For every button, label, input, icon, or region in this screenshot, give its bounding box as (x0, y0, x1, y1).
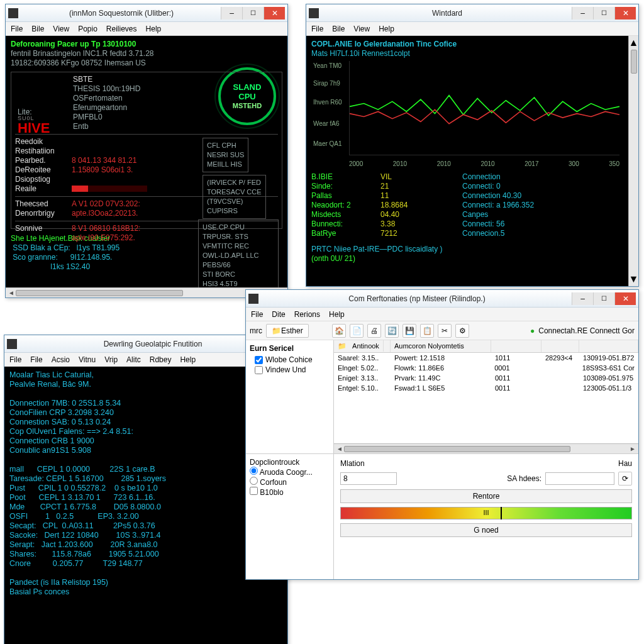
info-box: (IRVIECK P/ FED TORESACV CCE (T9VCSVE) C… (203, 175, 266, 219)
toolbar-print-icon[interactable]: 🖨 (367, 324, 381, 338)
terminal-pane: COPL.ANIE Io Gelerdanation Tinc Cofice M… (306, 36, 628, 286)
checkbox[interactable] (250, 487, 258, 495)
toolbar-settings-icon[interactable]: ⚙ (455, 324, 469, 338)
vertical-scrollbar[interactable]: ▲ ▼ (628, 36, 638, 286)
stat-labels: Reedoik Restihatiion Pearbed. DeReoitee … (15, 137, 72, 194)
list-header[interactable]: 📁 Antinook Aumcoron Nolyomtetis (334, 340, 638, 353)
restore-button[interactable]: Rentore (340, 489, 632, 503)
radio-item[interactable]: B10blo (250, 488, 284, 497)
radio-item[interactable]: Corfoun (250, 478, 287, 487)
menu-item[interactable]: Reilieves (106, 25, 137, 33)
scroll-down-icon[interactable]: ▼ (629, 274, 639, 285)
footer-line: (onth 0U/ 21) (311, 254, 623, 264)
info-box: CFL CPH NESRI SUS MEIILL HIS (203, 138, 248, 172)
menu-item[interactable]: Help (329, 310, 345, 319)
table-row[interactable]: Saarel: 3.15..Powert: 12.1518101128293<4… (334, 353, 638, 363)
menu-item[interactable]: Rerions (294, 310, 320, 319)
app-icon (309, 8, 319, 18)
maximize-button[interactable] (242, 7, 264, 19)
horizontal-scrollbar[interactable]: ◄ ► (334, 443, 638, 453)
box-line: STI BORC (203, 270, 274, 279)
field-label: Hau (618, 459, 632, 468)
spec-block: SBTE THESIS 100n:19HD OSFertomaten Eferu… (73, 75, 278, 131)
titlebar[interactable]: (innMon Soquestornik (Ulitber:) (6, 4, 287, 22)
radio-label: B10blo (260, 488, 283, 497)
go-button[interactable]: ⟳ (618, 472, 632, 486)
app-icon (248, 294, 258, 304)
menu-item[interactable]: Acsio (52, 355, 70, 364)
col-header[interactable] (541, 340, 579, 352)
menu-item[interactable]: Help (180, 355, 196, 364)
col-header[interactable]: Aumcoron Nolyomtetis (391, 340, 491, 352)
menu-item[interactable]: Help (379, 25, 394, 33)
path-button[interactable]: 📁 Esther (266, 324, 309, 338)
menu-item[interactable]: Help (146, 25, 162, 33)
minimize-button[interactable] (572, 292, 593, 305)
stat-label: Pearbed. (15, 156, 72, 165)
radio[interactable] (250, 467, 258, 475)
menu-item[interactable]: Popio (78, 25, 97, 33)
menu-item[interactable]: Vitnu (79, 355, 96, 364)
close-button[interactable] (264, 7, 285, 19)
checkbox[interactable] (255, 356, 263, 364)
titlebar[interactable]: Wintdard (306, 4, 638, 22)
minimize-button[interactable] (221, 7, 242, 19)
toolbar-refresh-icon[interactable]: 🔄 (385, 324, 399, 338)
maximize-button[interactable] (593, 7, 614, 19)
secondary-button[interactable]: G noed (340, 523, 632, 537)
scroll-left-icon[interactable]: ◄ (7, 289, 16, 296)
menu-item[interactable]: Dite (272, 310, 285, 319)
minimize-button[interactable] (572, 7, 593, 19)
col-header[interactable] (579, 340, 638, 352)
menu-item[interactable]: Rdbey (150, 355, 172, 364)
menu-item[interactable]: View (53, 25, 69, 33)
menu-item[interactable]: Bile (31, 25, 44, 33)
left-input[interactable] (340, 472, 397, 485)
col-header[interactable]: Antinook (348, 340, 384, 352)
scroll-thumb[interactable] (631, 50, 637, 74)
radio-label: Corfoun (260, 478, 287, 487)
table-row[interactable]: Elngel: 5.02..Flowrk: 11.86E6000118S9S3-… (334, 363, 638, 373)
table-row[interactable]: Entgel: 5.10..Fswad:1 L S6E50011123005-0… (334, 383, 638, 393)
menu-item[interactable]: File (30, 355, 42, 364)
toolbar-doc-icon[interactable]: 📄 (350, 324, 364, 338)
scroll-left-icon[interactable]: ◄ (335, 445, 344, 452)
col-header[interactable] (491, 340, 541, 352)
toolbar-home-icon[interactable]: 🏠 (332, 324, 346, 338)
menu-item[interactable]: File (311, 25, 323, 33)
scroll-thumb[interactable] (344, 446, 570, 452)
stat-label: Dsiopstiog (15, 175, 72, 184)
menu-item[interactable]: Bile (332, 25, 345, 33)
toolbar-copy-icon[interactable]: 📋 (420, 324, 434, 338)
window-title: Com Rerftonaties (np Misteer (Rilindlop.… (262, 294, 572, 303)
scroll-up-icon[interactable]: ▲ (629, 37, 639, 48)
window-title: (innMon Soquestornik (Ulitber:) (22, 9, 221, 18)
titlebar[interactable]: Com Rerftonaties (np Misteer (Rilindlop.… (246, 290, 638, 308)
menu-item[interactable]: File (9, 355, 21, 364)
scroll-thumb[interactable] (16, 290, 183, 296)
table-row[interactable]: Enigel: 3.13..Prvark: 11.49C0011103089-0… (334, 373, 638, 383)
radio[interactable] (250, 477, 258, 485)
menu-item[interactable]: View (353, 25, 370, 33)
maximize-button[interactable] (593, 292, 614, 305)
logo-text: HlVE (18, 120, 50, 136)
radio-item[interactable]: Aruoda Coogr... (250, 468, 313, 477)
list-panel: 📁 Antinook Aumcoron Nolyomtetis Saarel: … (334, 340, 638, 453)
menubar: File Dite Rerions Help (246, 308, 638, 321)
tree-item[interactable]: Wlobe Cohice (255, 355, 330, 364)
sa-input[interactable] (545, 472, 614, 485)
tree-item[interactable]: Vindew Und (255, 365, 330, 374)
close-button[interactable] (614, 7, 636, 19)
checkbox[interactable] (255, 366, 263, 374)
menu-item[interactable]: Vrip (104, 355, 118, 364)
close-button[interactable] (614, 292, 636, 305)
header-line: Mats Hl7Lf.10i Rennest1colpt (311, 49, 623, 58)
stat-label: Reedoik (15, 137, 72, 147)
menu-item[interactable]: File (11, 25, 23, 33)
menu-item[interactable]: File (251, 310, 263, 319)
toolbar-save-icon[interactable]: 💾 (402, 324, 416, 338)
stat-label: Sonnive (15, 224, 72, 243)
toolbar-cut-icon[interactable]: ✂ (438, 324, 452, 338)
scroll-right-icon[interactable]: ► (628, 445, 637, 452)
menu-item[interactable]: Alitc (126, 355, 141, 364)
